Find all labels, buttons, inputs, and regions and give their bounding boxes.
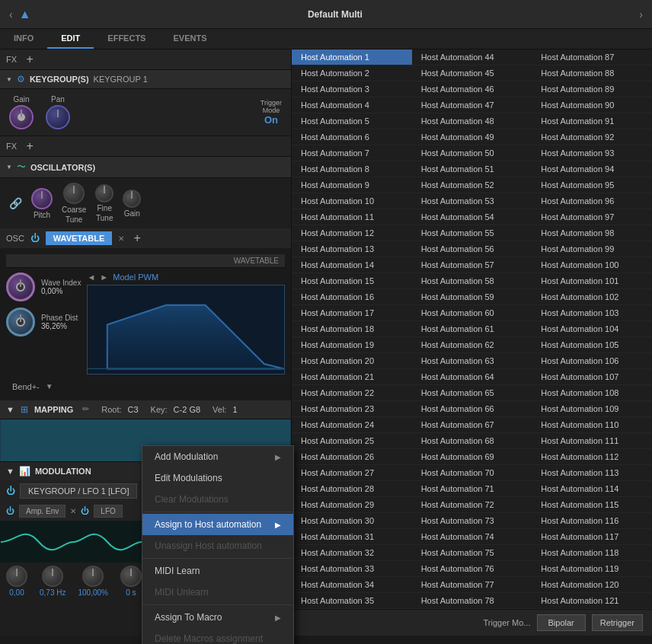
automation-list-item[interactable]: Host Automation 106 (532, 353, 652, 369)
automation-list-item[interactable]: Host Automation 116 (532, 513, 652, 529)
power-icon[interactable]: ⏻ (6, 486, 15, 496)
link-icon[interactable]: 🔗 (9, 197, 22, 209)
wave-nav-right[interactable]: ► (100, 273, 108, 282)
automation-list-item[interactable]: Host Automation 72 (412, 497, 532, 513)
automation-list-item[interactable]: Host Automation 76 (412, 561, 532, 577)
bipolar-button[interactable]: Bipolar (537, 614, 586, 631)
automation-list-item[interactable]: Host Automation 27 (292, 465, 412, 481)
automation-list-item[interactable]: Host Automation 51 (412, 161, 532, 177)
automation-list-item[interactable]: Host Automation 75 (412, 545, 532, 561)
add-fx-button-2[interactable]: + (23, 139, 37, 153)
automation-list-item[interactable]: Host Automation 92 (532, 129, 652, 145)
osc-gain-knob[interactable] (123, 190, 141, 208)
automation-list-item[interactable]: Host Automation 119 (532, 561, 652, 577)
automation-list-item[interactable]: Host Automation 11 (292, 209, 412, 225)
automation-list-item[interactable]: Host Automation 21 (292, 369, 412, 385)
automation-list-item[interactable]: Host Automation 67 (412, 417, 532, 433)
automation-list-item[interactable]: Host Automation 29 (292, 497, 412, 513)
automation-list-item[interactable]: Host Automation 48 (412, 113, 532, 129)
mod-chain-item[interactable]: KEYGROUP / LFO 1 [LFO] (20, 483, 137, 499)
automation-list-item[interactable]: Host Automation 63 (412, 353, 532, 369)
automation-list-item[interactable]: Host Automation 4 (292, 97, 412, 113)
bend-dropdown-arrow[interactable]: ▼ (46, 382, 53, 391)
automation-list-item[interactable]: Host Automation 13 (292, 241, 412, 257)
automation-list-item[interactable]: Host Automation 117 (532, 529, 652, 545)
wave-index-knob[interactable] (6, 273, 35, 301)
automation-list-item[interactable]: Host Automation 113 (532, 465, 652, 481)
automation-list-item[interactable]: Host Automation 10 (292, 193, 412, 209)
automation-list-item[interactable]: Host Automation 70 (412, 465, 532, 481)
automation-list-item[interactable]: Host Automation 89 (532, 81, 652, 97)
automation-list-item[interactable]: Host Automation 54 (412, 209, 532, 225)
automation-list-item[interactable]: Host Automation 31 (292, 529, 412, 545)
automation-list-item[interactable]: Host Automation 115 (532, 497, 652, 513)
context-menu-assign-to-macro[interactable]: Assign To Macro ▶ (142, 607, 293, 628)
osc-tab-close[interactable]: ✕ (118, 234, 124, 243)
automation-list-item[interactable]: Host Automation 104 (532, 321, 652, 337)
automation-list-item[interactable]: Host Automation 121 (532, 593, 652, 609)
phase-dist-knob[interactable] (6, 308, 35, 336)
automation-list-item[interactable]: Host Automation 34 (292, 577, 412, 593)
automation-list-item[interactable]: Host Automation 66 (412, 401, 532, 417)
automation-list-item[interactable]: Host Automation 109 (532, 401, 652, 417)
automation-list-item[interactable]: Host Automation 20 (292, 353, 412, 369)
automation-list-item[interactable]: Host Automation 14 (292, 257, 412, 273)
automation-list-item[interactable]: Host Automation 59 (412, 289, 532, 305)
oscillator-collapse-arrow[interactable]: ▼ (6, 164, 12, 171)
add-fx-button-1[interactable]: + (23, 53, 37, 66)
automation-list-item[interactable]: Host Automation 73 (412, 513, 532, 529)
automation-list-item[interactable]: Host Automation 35 (292, 593, 412, 609)
automation-list-item[interactable]: Host Automation 3 (292, 81, 412, 97)
automation-list-item[interactable]: Host Automation 50 (412, 145, 532, 161)
automation-list-item[interactable]: Host Automation 1 (292, 49, 412, 65)
context-menu-midi-learn[interactable]: MIDI Learn (142, 560, 293, 582)
automation-list-item[interactable]: Host Automation 57 (412, 257, 532, 273)
pitch-knob[interactable] (31, 188, 53, 209)
mod-knob-btn-2[interactable] (42, 566, 63, 587)
automation-list-item[interactable]: Host Automation 69 (412, 449, 532, 465)
automation-list-item[interactable]: Host Automation 71 (412, 481, 532, 497)
automation-list-item[interactable]: Host Automation 91 (532, 113, 652, 129)
automation-list-item[interactable]: Host Automation 7 (292, 145, 412, 161)
automation-list-item[interactable]: Host Automation 102 (532, 289, 652, 305)
lfo-tab[interactable]: LFO (94, 505, 122, 518)
pan-knob[interactable] (46, 105, 70, 129)
context-menu-assign-host-automation[interactable]: Assign to Host automation ▶ (142, 514, 293, 535)
lfo-power[interactable]: ⏻ (81, 506, 89, 515)
automation-list-item[interactable]: Host Automation 120 (532, 577, 652, 593)
automation-list-item[interactable]: Host Automation 64 (412, 369, 532, 385)
automation-list-item[interactable]: Host Automation 77 (412, 577, 532, 593)
osc-tab-wavetable[interactable]: WAVETABLE (46, 231, 112, 245)
amp-env-close[interactable]: ✕ (70, 507, 76, 515)
automation-list-item[interactable]: Host Automation 23 (292, 401, 412, 417)
automation-list-item[interactable]: Host Automation 96 (532, 193, 652, 209)
automation-list-item[interactable]: Host Automation 98 (532, 225, 652, 241)
keygroup-collapse-arrow[interactable]: ▼ (6, 76, 12, 83)
mapping-edit-icon[interactable]: ✏ (82, 404, 89, 414)
automation-list-item[interactable]: Host Automation 114 (532, 481, 652, 497)
automation-list-item[interactable]: Host Automation 16 (292, 289, 412, 305)
automation-list-item[interactable]: Host Automation 18 (292, 321, 412, 337)
automation-list-item[interactable]: Host Automation 55 (412, 225, 532, 241)
automation-list-item[interactable]: Host Automation 87 (532, 49, 652, 65)
automation-list-item[interactable]: Host Automation 110 (532, 417, 652, 433)
automation-list-item[interactable]: Host Automation 47 (412, 97, 532, 113)
automation-list-item[interactable]: Host Automation 60 (412, 305, 532, 321)
automation-list-item[interactable]: Host Automation 19 (292, 337, 412, 353)
mod-knob-btn-4[interactable] (120, 566, 142, 587)
automation-list-item[interactable]: Host Automation 28 (292, 481, 412, 497)
automation-list-item[interactable]: Host Automation 95 (532, 177, 652, 193)
automation-list-item[interactable]: Host Automation 45 (412, 65, 532, 81)
automation-list-item[interactable]: Host Automation 99 (532, 241, 652, 257)
amp-env-power[interactable]: ⏻ (6, 506, 14, 515)
automation-list-item[interactable]: Host Automation 112 (532, 449, 652, 465)
coarse-tune-knob[interactable] (63, 183, 85, 204)
fine-tune-knob[interactable] (95, 184, 113, 202)
automation-list-item[interactable]: Host Automation 22 (292, 385, 412, 401)
context-menu-add-modulation[interactable]: Add Modulation ▶ (142, 446, 293, 467)
automation-list-item[interactable]: Host Automation 108 (532, 385, 652, 401)
automation-list-item[interactable]: Host Automation 9 (292, 177, 412, 193)
automation-list-item[interactable]: Host Automation 44 (412, 49, 532, 65)
automation-list-item[interactable]: Host Automation 15 (292, 273, 412, 289)
automation-list-item[interactable]: Host Automation 107 (532, 369, 652, 385)
